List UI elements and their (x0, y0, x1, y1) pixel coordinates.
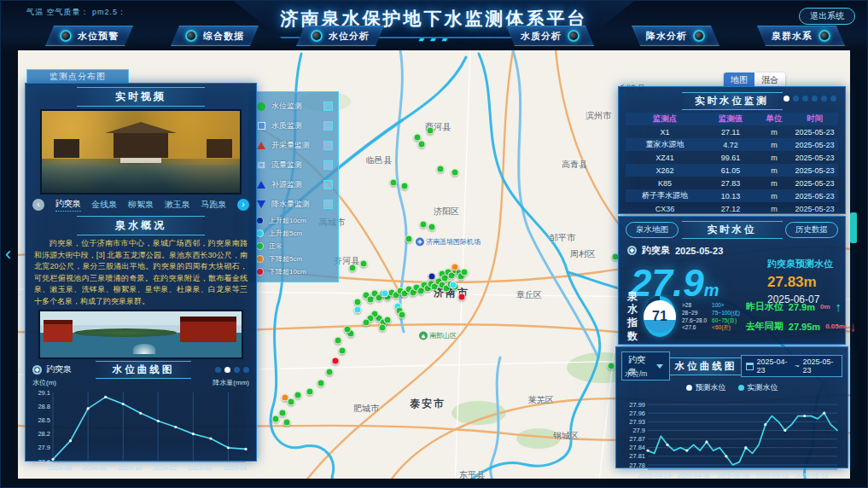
video-tab-趵突泉[interactable]: 趵突泉 (55, 198, 81, 212)
table-dot[interactable] (802, 96, 808, 102)
table-cell: 27.11 (704, 128, 757, 137)
video-tab-漱玉泉[interactable]: 漱玉泉 (165, 199, 190, 211)
station-marker[interactable] (428, 224, 436, 231)
station-marker[interactable] (382, 290, 389, 298)
video-section-title: 实时视频 (77, 87, 205, 107)
tri-up-icon (256, 181, 266, 189)
legend-measured[interactable]: 实测水位 (738, 382, 778, 393)
table-row[interactable]: 桥子李水源地10.13m2025-05-23 (626, 189, 838, 202)
photo-art (44, 320, 73, 342)
table-pagination (784, 96, 836, 102)
station-marker[interactable] (384, 317, 392, 324)
station-marker[interactable] (354, 299, 362, 306)
station-marker[interactable] (390, 179, 398, 187)
nav-button-泉群水系[interactable]: 泉群水系 (757, 26, 845, 46)
station-marker[interactable] (363, 319, 370, 327)
station-marker[interactable] (608, 363, 615, 370)
video-tab-马跑泉[interactable]: 马跑泉 (201, 199, 226, 211)
left-chart-station-radio[interactable]: 趵突泉 (32, 363, 72, 375)
station-marker[interactable] (332, 357, 340, 365)
table-dot[interactable] (830, 96, 836, 102)
station-marker[interactable] (461, 269, 469, 276)
legend-checkbox-补源监测[interactable] (323, 180, 333, 189)
nav-button-降水分析[interactable]: 降水分析 (632, 26, 719, 46)
table-dot[interactable] (821, 96, 827, 102)
station-marker[interactable] (420, 221, 428, 229)
station-marker[interactable] (427, 127, 434, 135)
table-dot[interactable] (784, 96, 789, 102)
video-tab-金线泉[interactable]: 金线泉 (91, 199, 117, 211)
nav-knob-icon (311, 30, 323, 42)
legend-checkbox-开采量监测[interactable] (323, 141, 333, 150)
station-marker[interactable] (401, 183, 409, 190)
live-video-frame[interactable] (40, 109, 242, 195)
left-chart-dot[interactable] (243, 367, 249, 373)
station-marker[interactable] (451, 169, 459, 177)
map-label-高青县: 高青县 (562, 159, 587, 171)
left-chart-dot[interactable] (234, 367, 240, 373)
table-row[interactable]: X26261.05m2025-05-23 (626, 164, 838, 177)
station-marker[interactable] (399, 311, 406, 319)
table-row[interactable]: XZ4199.61m2025-05-23 (626, 151, 838, 164)
station-marker[interactable] (418, 141, 426, 148)
station-marker[interactable] (335, 337, 342, 345)
table-row[interactable]: K8527.83m2025-05-23 (626, 177, 838, 189)
table-row[interactable]: CX3627.12m2025-05-23 (626, 202, 838, 215)
legend-level-上升超5cm: 上升超5cm (256, 227, 333, 240)
left-chart-title: 水位曲线图 (96, 361, 191, 379)
station-marker[interactable] (339, 347, 347, 355)
station-marker[interactable] (349, 264, 357, 272)
station-marker[interactable] (354, 306, 362, 314)
left-chart-dot[interactable] (224, 367, 230, 373)
station-marker[interactable] (288, 398, 295, 406)
next-spring-button[interactable]: › (237, 199, 249, 211)
legend-checkbox-水质监测[interactable] (323, 121, 333, 131)
table-row[interactable]: 董家水源地4.72m2025-05-23 (626, 138, 838, 151)
station-date-radio[interactable]: 趵突泉 2025-05-23 (619, 239, 845, 257)
station-marker[interactable] (360, 260, 368, 268)
realtime-level-title[interactable]: 实时水位 (682, 221, 783, 239)
level-dot-icon (256, 268, 264, 276)
realtime-table-panel: 实时水位监测 监测点监测值单位时间X127.11m2025-05-23董家水源地… (618, 86, 846, 214)
scroll-left-chevron-icon[interactable]: ‹ (5, 243, 11, 265)
station-marker[interactable] (450, 282, 457, 289)
table-row[interactable]: X127.11m2025-05-23 (626, 125, 838, 138)
station-marker[interactable] (317, 380, 325, 387)
station-marker[interactable] (306, 388, 314, 396)
spring-map-tab[interactable]: 泉水地图 (626, 222, 679, 238)
legend-level-label: 下降超5cm (269, 254, 302, 264)
table-header-cell: 监测点 (626, 113, 704, 125)
station-marker[interactable] (294, 392, 302, 399)
nav-left-group: 水位预警综合数据水位分析 (45, 26, 384, 46)
side-handle[interactable] (850, 212, 857, 243)
station-marker[interactable] (326, 369, 334, 376)
nav-button-水质分析[interactable]: 水质分析 (506, 26, 594, 46)
exit-system-button[interactable]: 退出系统 (799, 8, 855, 25)
station-marker[interactable] (428, 273, 436, 281)
legend-item-label: 开采量监测 (271, 140, 318, 151)
legend-forecast[interactable]: 预测水位 (686, 382, 726, 393)
station-marker[interactable] (405, 235, 413, 243)
left-chart-dot[interactable] (215, 367, 221, 373)
station-marker[interactable] (279, 410, 287, 417)
station-marker[interactable] (458, 293, 466, 301)
legend-checkbox-水位监测[interactable]: ✓ (323, 102, 333, 111)
station-marker[interactable] (344, 326, 352, 334)
legend-checkbox-降水量监测[interactable] (323, 200, 333, 209)
table-dot[interactable] (812, 96, 818, 102)
station-marker[interactable] (451, 264, 459, 271)
table-dot[interactable] (793, 96, 799, 102)
prev-spring-button[interactable]: ‹ (32, 199, 44, 211)
nav-button-水位预警[interactable]: 水位预警 (45, 26, 133, 46)
station-marker[interactable] (272, 415, 280, 423)
nav-button-综合数据[interactable]: 综合数据 (171, 26, 259, 46)
station-marker[interactable] (437, 166, 445, 173)
date-range-picker[interactable]: 2025-04-23 ~ 2025-05-23 (741, 355, 842, 377)
nav-button-水位分析[interactable]: 水位分析 (296, 26, 384, 46)
svg-text:2025-05-12: 2025-05-12 (755, 472, 788, 479)
legend-checkbox-流量监测[interactable] (323, 160, 333, 170)
station-marker[interactable] (283, 419, 291, 427)
history-data-tab[interactable]: 历史数据 (785, 222, 838, 238)
station-marker[interactable] (379, 324, 387, 332)
video-tab-柳絮泉[interactable]: 柳絮泉 (128, 199, 154, 211)
